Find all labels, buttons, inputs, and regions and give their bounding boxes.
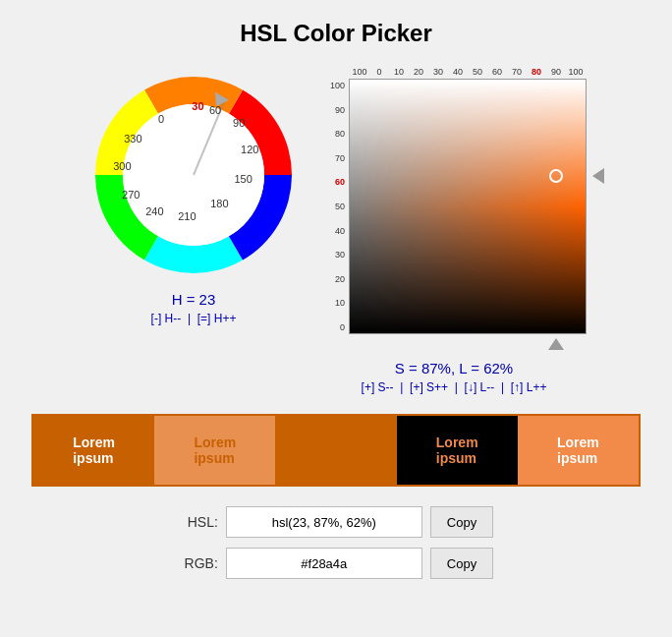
s-tick-100-right: 100 bbox=[566, 67, 586, 77]
page-title: HSL Color Picker bbox=[240, 20, 432, 47]
l-plus-btn[interactable]: L++ bbox=[527, 380, 547, 394]
swatch-2 bbox=[275, 416, 396, 485]
l-tick-60-selected: 60 bbox=[321, 177, 349, 187]
wheel-label-30-selected: 30 bbox=[192, 100, 203, 112]
sl-value: S = 87%, L = 62% bbox=[362, 360, 547, 376]
s-tick-50: 50 bbox=[468, 67, 487, 77]
h-minus-btn[interactable]: H-- bbox=[165, 312, 182, 325]
l-minus-btn[interactable]: L-- bbox=[480, 380, 495, 394]
s-tick-0: 0 bbox=[369, 67, 389, 77]
s-tick-10: 10 bbox=[389, 67, 409, 77]
s-tick-70: 70 bbox=[507, 67, 527, 77]
s-tick-100-left: 100 bbox=[350, 67, 369, 77]
wheel-label-270: 270 bbox=[122, 189, 140, 201]
rgb-input[interactable] bbox=[226, 548, 422, 579]
hsl-output-row: HSL: Copy bbox=[179, 506, 493, 538]
swatch-0: Loremipsum bbox=[33, 416, 154, 485]
wheel-label-150: 150 bbox=[234, 173, 252, 185]
l-tick-30: 30 bbox=[321, 250, 349, 260]
wheel-labels: 60 90 120 150 180 210 240 270 300 330 0 … bbox=[85, 67, 302, 283]
rgb-label: RGB: bbox=[179, 555, 218, 571]
h-decrease-btn[interactable]: [-] bbox=[151, 312, 162, 325]
l-tick-50: 50 bbox=[321, 202, 349, 211]
l-tick-70: 70 bbox=[321, 153, 349, 163]
sl-controls[interactable]: [+] S-- | [+] S++ | [↓] L-- | [↑] L++ bbox=[362, 380, 547, 394]
wheel-info: H = 23 [-] H-- | [=] H++ bbox=[151, 291, 237, 325]
sl-gradient-canvas[interactable] bbox=[349, 79, 587, 334]
l-tick-20: 20 bbox=[321, 274, 349, 284]
s-tick-20: 20 bbox=[409, 67, 428, 77]
swatch-4: Loremipsum bbox=[518, 416, 639, 485]
s-tick-80-selected: 80 bbox=[527, 67, 546, 77]
s-tick-30: 30 bbox=[428, 67, 448, 77]
wheel-label-330: 330 bbox=[124, 133, 141, 145]
l-tick-100: 100 bbox=[321, 81, 349, 90]
sl-section: 100 0 10 20 30 40 50 60 70 80 90 100 0 1… bbox=[321, 67, 587, 394]
color-wheel[interactable]: /*placeholder*/ bbox=[85, 67, 302, 283]
s-minus-btn[interactable]: S-- bbox=[378, 380, 394, 394]
wheel-label-210: 210 bbox=[178, 210, 196, 222]
sl-picker[interactable] bbox=[349, 79, 587, 334]
l-plus-bracket-btn[interactable]: [↑] bbox=[511, 380, 524, 394]
s-decrease-btn[interactable]: [+] bbox=[362, 380, 375, 394]
hsl-label: HSL: bbox=[179, 514, 218, 530]
h-plus-btn[interactable]: H++ bbox=[214, 312, 237, 325]
sl-bottom-arrow-wrap bbox=[349, 338, 587, 352]
main-area: /*placeholder*/ bbox=[85, 67, 587, 394]
wheel-label-90: 90 bbox=[233, 117, 245, 129]
swatch-3: Loremipsum bbox=[397, 416, 518, 485]
l-tick-90: 90 bbox=[321, 105, 349, 115]
s-plus-btn[interactable]: S++ bbox=[426, 380, 448, 394]
wheel-section: /*placeholder*/ bbox=[85, 67, 302, 325]
wheel-label-180: 180 bbox=[210, 198, 228, 209]
sl-right-arrow bbox=[592, 168, 604, 184]
wheel-label-120: 120 bbox=[241, 144, 258, 155]
s-tick-90: 90 bbox=[546, 67, 566, 77]
s-plus-bracket-btn[interactable]: [+] bbox=[410, 380, 423, 394]
l-decrease-btn[interactable]: [↓] bbox=[465, 380, 477, 394]
l-tick-10: 10 bbox=[321, 298, 349, 308]
rgb-output-row: RGB: Copy bbox=[179, 548, 493, 579]
s-tick-60: 60 bbox=[487, 67, 507, 77]
h-equals-btn[interactable]: [=] bbox=[197, 312, 211, 325]
swatch-1: Loremipsum bbox=[154, 416, 275, 485]
l-tick-40: 40 bbox=[321, 226, 349, 236]
sl-info: S = 87%, L = 62% [+] S-- | [+] S++ | [↓]… bbox=[362, 360, 547, 394]
output-section: HSL: Copy RGB: Copy bbox=[179, 506, 493, 579]
wheel-label-240: 240 bbox=[145, 205, 163, 217]
wheel-label-0: 0 bbox=[158, 113, 164, 125]
hsl-input[interactable] bbox=[226, 506, 422, 538]
sl-bottom-arrow bbox=[548, 338, 564, 350]
sl-y-axis: 0 10 20 30 40 50 60 70 80 90 100 bbox=[321, 79, 349, 334]
wheel-hue-arrow bbox=[213, 93, 225, 109]
color-swatches: Loremipsum Loremipsum Loremipsum Loremip… bbox=[31, 414, 641, 487]
l-tick-80: 80 bbox=[321, 129, 349, 139]
s-tick-40: 40 bbox=[448, 67, 468, 77]
h-value: H = 23 bbox=[151, 291, 237, 308]
wheel-label-300: 300 bbox=[113, 160, 131, 172]
wheel-controls[interactable]: [-] H-- | [=] H++ bbox=[151, 312, 237, 325]
hsl-copy-button[interactable]: Copy bbox=[430, 506, 493, 538]
rgb-copy-button[interactable]: Copy bbox=[430, 548, 493, 579]
l-tick-0: 0 bbox=[321, 322, 349, 332]
